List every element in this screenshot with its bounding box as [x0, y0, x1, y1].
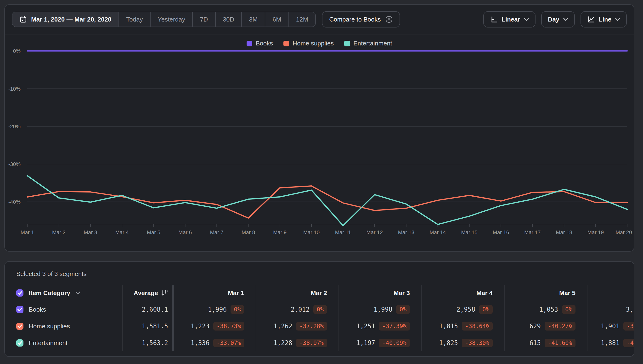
x-axis-label: Mar 13 — [398, 229, 414, 235]
day-value: 615 — [529, 339, 541, 346]
average-value: 1,581.5 — [142, 323, 168, 330]
x-axis-label: Mar 6 — [178, 229, 192, 235]
legend-swatch — [247, 41, 252, 46]
table-row-home-supplies: Home supplies1,581.51,223-38.73%1,262-37… — [5, 318, 634, 334]
x-axis-label: Mar 7 — [210, 229, 223, 235]
day-cell: 2,0120% — [256, 301, 339, 318]
day-header-mar-2[interactable]: Mar 2 — [256, 285, 339, 301]
preset-7d[interactable]: 7D — [192, 12, 215, 26]
legend-swatch — [344, 41, 350, 46]
day-cell: 1,0530% — [504, 301, 587, 318]
x-axis-label: Mar 14 — [430, 229, 446, 235]
day-value: 1,262 — [274, 323, 292, 330]
percent-change-badge: -37.28% — [296, 322, 327, 330]
day-header-mar-1[interactable]: Mar 1 — [173, 285, 256, 301]
day-value: 1,998 — [374, 306, 392, 313]
legend-label: Entertainment — [353, 40, 392, 47]
percent-change-badge: -40.09% — [379, 339, 410, 347]
day-value: 1,815 — [439, 323, 458, 330]
date-range-label: Mar 1, 2020 — Mar 20, 2020 — [31, 16, 111, 23]
day-value: 1,197 — [357, 339, 375, 346]
chart-card: Mar 1, 2020 — Mar 20, 2020 TodayYesterda… — [4, 4, 634, 252]
chart-type-select[interactable]: Line — [580, 11, 627, 28]
day-cell: 1,197-40.09% — [339, 334, 421, 351]
legend-item-books[interactable]: Books — [247, 40, 273, 47]
preset-today[interactable]: Today — [119, 12, 150, 26]
preset-30d[interactable]: 30D — [215, 12, 241, 26]
preset-3m[interactable]: 3M — [241, 12, 265, 26]
x-axis-label: Mar 16 — [493, 229, 509, 235]
x-axis-label: Mar 20 — [616, 229, 632, 235]
compare-chip-label: Compare to Books — [329, 16, 381, 23]
percent-change-badge: -38.73% — [213, 322, 244, 330]
preset-12m[interactable]: 12M — [288, 12, 315, 26]
segment-label: Books — [29, 306, 46, 313]
day-cell: 1,881-40 — [587, 334, 634, 351]
select-all-checkbox[interactable] — [16, 290, 24, 296]
chart-type-label: Line — [599, 16, 611, 23]
x-axis-label: Mar 3 — [84, 229, 97, 235]
chart-area: BooksHome suppliesEntertainment 0%-10%-2… — [5, 34, 634, 252]
percent-change-badge: -41.60% — [545, 339, 575, 347]
linear-scale-icon — [490, 16, 498, 23]
day-header-clipped[interactable] — [587, 285, 634, 301]
percent-change-badge: 0% — [313, 305, 327, 314]
day-value: 629 — [529, 323, 541, 330]
category-header-cell[interactable]: Item Category — [5, 285, 122, 301]
segment-checkbox[interactable] — [16, 306, 24, 313]
x-axis-label: Mar 19 — [587, 229, 604, 235]
date-range-button[interactable]: Mar 1, 2020 — Mar 20, 2020 — [13, 12, 119, 26]
day-value: 1,228 — [274, 339, 292, 346]
remove-compare-icon[interactable] — [385, 16, 393, 23]
x-axis-label: Mar 1 — [21, 229, 34, 235]
check-icon — [18, 308, 22, 312]
segment-checkbox[interactable] — [16, 323, 24, 330]
chevron-down-icon[interactable] — [75, 291, 80, 295]
legend-item-home-supplies[interactable]: Home supplies — [283, 40, 334, 47]
day-value: 2,012 — [291, 306, 309, 313]
check-icon — [18, 291, 22, 295]
line-chart[interactable]: 0%-10%-20%-30%-40%Mar 1Mar 2Mar 3Mar 4Ma… — [5, 34, 634, 252]
average-cell: 1,581.5 — [122, 318, 173, 334]
percent-change-badge: -33.07% — [213, 339, 244, 347]
y-axis-label: -30% — [8, 161, 21, 167]
percent-change-badge: -38.97% — [296, 339, 327, 347]
chevron-down-icon — [615, 18, 620, 21]
day-value: 1,996 — [208, 306, 227, 313]
day-cell: 1,815-38.64% — [421, 318, 504, 334]
day-header-mar-4[interactable]: Mar 4 — [421, 285, 504, 301]
x-axis-label: Mar 5 — [147, 229, 160, 235]
category-header-label: Item Category — [29, 290, 70, 297]
day-value: 2,958 — [457, 306, 475, 313]
granularity-select[interactable]: Day — [541, 11, 575, 28]
series-line-entertainment[interactable] — [27, 176, 627, 226]
check-icon — [18, 341, 22, 345]
percent-change-badge: 0% — [562, 305, 575, 314]
scale-label: Linear — [502, 16, 520, 23]
scale-select[interactable]: Linear — [483, 11, 535, 28]
day-header-mar-3[interactable]: Mar 3 — [339, 285, 421, 301]
day-cell: 1,825-38.30% — [421, 334, 504, 351]
day-header-mar-5[interactable]: Mar 5 — [504, 285, 587, 301]
day-value: 1,053 — [539, 306, 558, 313]
legend-item-entertainment[interactable]: Entertainment — [344, 40, 392, 47]
category-cell[interactable]: Entertainment — [5, 334, 122, 351]
calendar-icon — [20, 16, 27, 23]
segment-checkbox[interactable] — [16, 339, 24, 346]
day-cell: 2,9580% — [421, 301, 504, 318]
category-cell[interactable]: Books — [5, 301, 122, 318]
x-axis-label: Mar 15 — [461, 229, 477, 235]
selected-segments-text: Selected 3 of 3 segments — [5, 270, 634, 278]
date-range-control: Mar 1, 2020 — Mar 20, 2020 TodayYesterda… — [12, 12, 316, 27]
compare-chip[interactable]: Compare to Books — [322, 11, 400, 28]
day-cell: 615-41.60% — [504, 334, 587, 351]
category-cell[interactable]: Home supplies — [5, 318, 122, 334]
preset-6m[interactable]: 6M — [265, 12, 288, 26]
segment-label: Entertainment — [29, 339, 68, 347]
day-cell: 1,336-33.07% — [173, 334, 256, 351]
day-value: 1,223 — [191, 323, 209, 330]
preset-yesterday[interactable]: Yesterday — [150, 12, 192, 26]
percent-change-badge: -40.27% — [545, 322, 575, 330]
average-header-cell[interactable]: Average — [122, 285, 173, 301]
x-axis-label: Mar 2 — [52, 229, 66, 235]
